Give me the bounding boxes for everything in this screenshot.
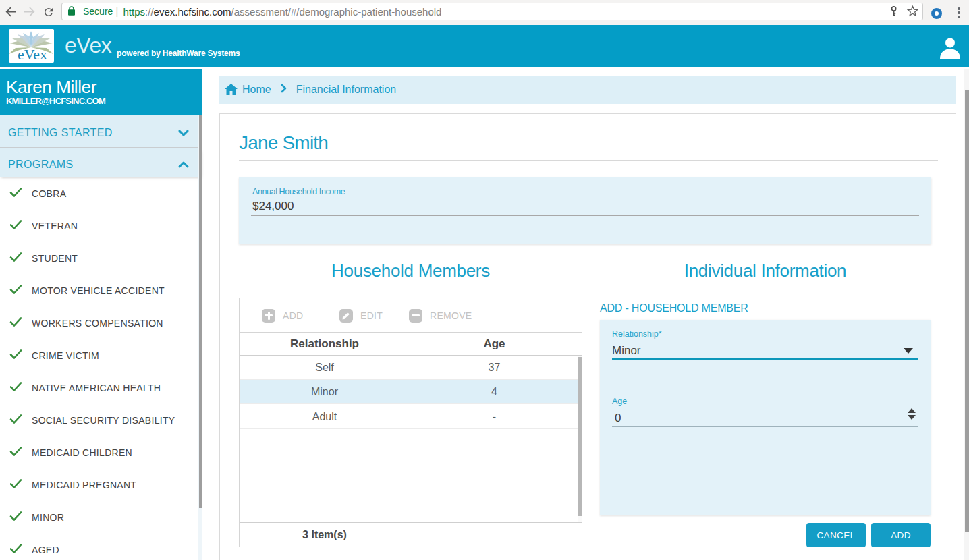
sidebar-scrollbar[interactable]: [198, 115, 202, 560]
edit-member-button[interactable]: EDIT: [339, 298, 383, 333]
relationship-select[interactable]: Minor: [612, 344, 641, 358]
main-scrollbar-thumb[interactable]: [965, 90, 969, 532]
add-icon: [262, 309, 275, 323]
title-divider: [239, 160, 938, 161]
age-input[interactable]: 0: [615, 412, 621, 425]
breadcrumb-current-link[interactable]: Financial Information: [296, 84, 397, 96]
browser-toolbar: Secure | https://evex.hcfsinc.com/assess…: [0, 0, 969, 25]
age-spinner[interactable]: [908, 408, 916, 420]
reload-icon[interactable]: [43, 6, 56, 20]
sidebar-program-veteran[interactable]: VETERAN: [0, 210, 199, 242]
income-panel: Annual Household Income $24,000: [239, 177, 931, 244]
program-label: SOCIAL SECURITY DISABILITY: [32, 415, 175, 426]
user-email: KMILLER@HCFSINC.COM: [6, 96, 105, 106]
program-label: MEDICAID CHILDREN: [32, 447, 132, 458]
dropdown-arrow-icon[interactable]: [904, 348, 913, 354]
sidebar-program-student[interactable]: STUDENT: [0, 242, 199, 275]
sidebar: Karen Miller KMILLER@HCFSINC.COM GETTING…: [0, 69, 202, 560]
breadcrumb-home-link[interactable]: Home: [242, 84, 271, 96]
section-label: GETTING STARTED: [8, 127, 113, 139]
sidebar-program-medicaid-children[interactable]: MEDICAID CHILDREN: [0, 437, 199, 469]
content-card: Jane Smith Annual Household Income $24,0…: [219, 113, 956, 560]
check-icon: [9, 285, 22, 298]
edit-icon: [339, 309, 353, 323]
key-icon[interactable]: [889, 6, 898, 19]
remove-icon: [409, 309, 422, 323]
check-icon: [9, 479, 22, 492]
cell-relationship: Minor: [240, 380, 410, 404]
add-member-button[interactable]: ADD: [262, 298, 303, 333]
table-header: Relationship Age: [240, 333, 582, 356]
spinner-down-icon[interactable]: [908, 415, 916, 420]
sidebar-program-crime-victim[interactable]: CRIME VICTIM: [0, 339, 199, 372]
sidebar-program-motor-vehicle-accident[interactable]: MOTOR VEHICLE ACCIDENT: [0, 275, 199, 307]
app-header: eVex eVex powered by HealthWare Systems: [0, 25, 969, 69]
relationship-label: Relationship*: [612, 329, 662, 339]
sidebar-program-workers-compensation[interactable]: WORKERS COMPENSATION: [0, 307, 199, 339]
check-icon: [9, 188, 22, 200]
chevron-down-icon: [178, 127, 189, 139]
add-button[interactable]: ADD: [871, 523, 931, 547]
program-label: VETERAN: [32, 221, 78, 231]
spinner-up-icon[interactable]: [908, 408, 916, 413]
table-row[interactable]: Self 37: [240, 356, 578, 380]
cell-age: 4: [410, 380, 578, 404]
breadcrumb: Home Financial Information: [219, 76, 956, 104]
table-toolbar: ADD EDIT REMOVE: [240, 298, 582, 333]
brand-title: eVex: [65, 33, 111, 58]
cell-relationship: Self: [240, 356, 410, 380]
page-url: https://evex.hcfsinc.com/assessment/#/de…: [123, 6, 442, 18]
cell-relationship: Adult: [240, 405, 410, 429]
bookmark-star-icon[interactable]: [907, 5, 918, 20]
check-icon: [9, 317, 22, 330]
sidebar-section-getting-started[interactable]: GETTING STARTED: [0, 115, 202, 148]
main-scrollbar[interactable]: [964, 69, 969, 560]
footer-divider: [410, 523, 410, 547]
table-row[interactable]: Adult -: [240, 405, 578, 429]
check-icon: [9, 447, 22, 459]
sidebar-program-native-american-health[interactable]: NATIVE AMERICAN HEALTH: [0, 372, 199, 404]
income-input-underline: [251, 215, 919, 216]
home-icon[interactable]: [225, 84, 238, 98]
toolbar-remove-label: REMOVE: [430, 310, 472, 321]
sidebar-program-social-security-disability[interactable]: SOCIAL SECURITY DISABILITY: [0, 404, 199, 437]
toolbar-add-label: ADD: [283, 310, 303, 321]
cancel-button[interactable]: CANCEL: [806, 523, 866, 547]
powered-by-text: powered by HealthWare Systems: [117, 49, 240, 58]
sidebar-scrollbar-thumb[interactable]: [199, 115, 202, 508]
sidebar-program-minor[interactable]: MINOR: [0, 501, 199, 534]
check-icon: [9, 349, 22, 362]
check-icon: [9, 414, 22, 427]
extension-icon[interactable]: [931, 8, 942, 19]
relationship-underline: [612, 358, 918, 360]
income-input[interactable]: $24,000: [252, 200, 294, 213]
sidebar-program-aged[interactable]: AGED: [0, 534, 199, 560]
forward-icon[interactable]: [24, 6, 37, 20]
sidebar-program-medicaid-pregnant[interactable]: MEDICAID PREGNANT: [0, 469, 199, 501]
remove-member-button[interactable]: REMOVE: [409, 298, 472, 333]
check-icon: [9, 382, 22, 395]
omnibox-separator: |: [115, 5, 118, 18]
cell-age: -: [410, 405, 578, 429]
item-count: 3 Item(s): [240, 523, 410, 547]
check-icon: [9, 252, 22, 265]
column-header-relationship[interactable]: Relationship: [240, 333, 410, 356]
program-label: MOTOR VEHICLE ACCIDENT: [32, 285, 165, 296]
sidebar-program-cobra[interactable]: COBRA: [0, 177, 199, 210]
user-name: Karen Miller: [6, 77, 96, 98]
program-label: CRIME VICTIM: [32, 350, 99, 361]
address-bar[interactable]: Secure | https://evex.hcfsinc.com/assess…: [61, 3, 923, 20]
individual-form-panel: Relationship* Minor Age 0: [600, 320, 931, 515]
column-header-age[interactable]: Age: [410, 333, 578, 356]
table-scrollbar-thumb[interactable]: [578, 357, 582, 516]
logo-text: eVex: [18, 46, 47, 63]
user-avatar-icon[interactable]: [939, 36, 962, 61]
add-household-member-subtitle: ADD - HOUSEHOLD MEMBER: [600, 302, 748, 314]
section-label: PROGRAMS: [8, 159, 74, 171]
browser-menu-icon[interactable]: [956, 7, 962, 18]
back-icon[interactable]: [5, 6, 19, 20]
program-label: MINOR: [32, 512, 64, 523]
table-scrollbar[interactable]: [578, 356, 582, 522]
table-row-selected[interactable]: Minor 4: [240, 380, 578, 404]
sidebar-section-programs[interactable]: PROGRAMS: [0, 148, 202, 177]
